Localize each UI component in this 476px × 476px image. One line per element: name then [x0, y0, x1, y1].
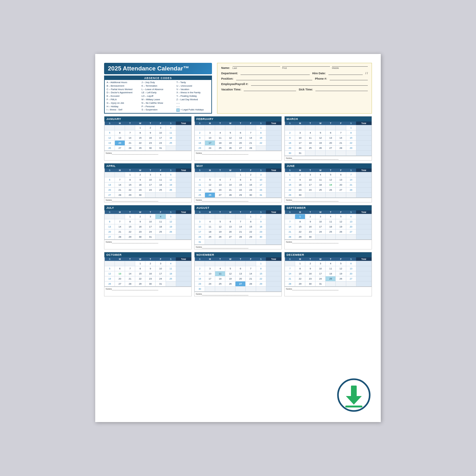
- calendar-day[interactable]: 16: [195, 141, 205, 146]
- calendar-day[interactable]: 20: [105, 188, 115, 193]
- calendar-day[interactable]: 31: [155, 146, 166, 151]
- calendar-day[interactable]: 10: [145, 177, 155, 182]
- calendar-day[interactable]: 20: [235, 141, 246, 146]
- calendar-day[interactable]: 27: [336, 188, 346, 193]
- calendar-day[interactable]: 23: [145, 276, 155, 281]
- calendar-day[interactable]: 18: [305, 141, 315, 146]
- calendar-day[interactable]: 16: [135, 224, 145, 229]
- calendar-day[interactable]: 12: [315, 136, 326, 141]
- calendar-day[interactable]: 22: [295, 276, 305, 281]
- calendar-day[interactable]: 9: [256, 219, 266, 224]
- calendar-day[interactable]: 30: [135, 235, 145, 240]
- calendar-day[interactable]: 28: [125, 281, 135, 287]
- calendar-day[interactable]: 27: [235, 146, 246, 151]
- calendar-day[interactable]: 19: [166, 182, 176, 188]
- calendar-day[interactable]: 6: [346, 214, 356, 219]
- calendar-day[interactable]: 28: [246, 146, 256, 151]
- calendar-day[interactable]: 11: [215, 271, 225, 276]
- calendar-day[interactable]: 23: [195, 146, 205, 151]
- position-line[interactable]: [236, 80, 313, 80]
- calendar-day[interactable]: 1: [256, 261, 266, 266]
- calendar-day[interactable]: 9: [295, 177, 305, 182]
- calendar-day[interactable]: 25: [315, 188, 326, 193]
- calendar-day[interactable]: 15: [235, 182, 246, 188]
- calendar-day[interactable]: 9: [195, 136, 205, 141]
- calendar-day[interactable]: 19: [225, 276, 235, 281]
- calendar-day[interactable]: 17: [315, 224, 326, 229]
- calendar-day[interactable]: 17: [155, 271, 166, 276]
- calendar-day[interactable]: 17: [195, 229, 205, 235]
- calendar-day[interactable]: 9: [145, 266, 155, 271]
- calendar-day[interactable]: 4: [195, 177, 205, 182]
- calendar-day[interactable]: 23: [135, 188, 145, 193]
- calendar-day[interactable]: 11: [155, 219, 166, 224]
- calendar-day[interactable]: 30: [305, 235, 315, 240]
- calendar-day[interactable]: 19: [225, 141, 235, 146]
- calendar-day[interactable]: 13: [225, 224, 235, 229]
- calendar-day[interactable]: 15: [125, 182, 135, 188]
- calendar-day[interactable]: 8: [256, 266, 266, 271]
- calendar-day[interactable]: 10: [205, 271, 215, 276]
- calendar-day[interactable]: 10: [305, 177, 315, 182]
- calendar-day[interactable]: 25: [195, 193, 205, 198]
- calendar-day[interactable]: 13: [346, 266, 356, 271]
- calendar-day[interactable]: 27: [326, 146, 336, 151]
- calendar-day[interactable]: 15: [256, 271, 266, 276]
- calendar-day[interactable]: 1: [125, 172, 135, 177]
- calendar-day[interactable]: 21: [115, 229, 125, 235]
- calendar-day[interactable]: 19: [315, 141, 326, 146]
- calendar-day[interactable]: 18: [215, 141, 225, 146]
- calendar-day[interactable]: 1: [285, 172, 295, 177]
- calendar-day[interactable]: 8: [295, 266, 305, 271]
- calendar-day[interactable]: 14: [246, 271, 256, 276]
- calendar-day[interactable]: 12: [205, 182, 215, 188]
- calendar-day[interactable]: 9: [305, 266, 315, 271]
- calendar-day[interactable]: 4: [155, 172, 166, 177]
- calendar-day[interactable]: 18: [315, 182, 326, 188]
- calendar-day[interactable]: 21: [246, 276, 256, 281]
- calendar-day[interactable]: 19: [336, 271, 346, 276]
- calendar-day[interactable]: 16: [256, 224, 266, 229]
- calendar-day[interactable]: 21: [225, 188, 235, 193]
- calendar-day[interactable]: 1: [256, 125, 266, 130]
- calendar-day[interactable]: 7: [115, 219, 125, 224]
- calendar-day[interactable]: 6: [215, 177, 225, 182]
- calendar-day[interactable]: 14: [246, 136, 256, 141]
- calendar-day[interactable]: 11: [166, 266, 176, 271]
- calendar-day[interactable]: 23: [195, 281, 205, 287]
- calendar-day[interactable]: 14: [225, 182, 235, 188]
- calendar-day[interactable]: 12: [105, 136, 115, 141]
- calendar-day[interactable]: 16: [305, 224, 315, 229]
- calendar-day[interactable]: 25: [305, 146, 315, 151]
- calendar-day[interactable]: 6: [115, 266, 125, 271]
- calendar-day[interactable]: 31: [295, 151, 305, 156]
- calendar-day[interactable]: 15: [295, 224, 305, 229]
- calendar-day[interactable]: 2: [295, 172, 305, 177]
- calendar-day[interactable]: 20: [115, 141, 125, 146]
- calendar-day[interactable]: 2: [195, 130, 205, 136]
- calendar-day[interactable]: 5: [326, 172, 336, 177]
- calendar-day[interactable]: 31: [195, 240, 205, 245]
- calendar-day[interactable]: 3: [195, 219, 205, 224]
- calendar-day[interactable]: 28: [235, 235, 246, 240]
- calendar-day[interactable]: 27: [346, 276, 356, 281]
- calendar-day[interactable]: 30: [195, 287, 205, 292]
- calendar-day[interactable]: 7: [115, 177, 125, 182]
- calendar-day[interactable]: 6: [115, 130, 125, 136]
- calendar-day[interactable]: 6: [346, 261, 356, 266]
- calendar-day[interactable]: 21: [285, 229, 295, 235]
- calendar-day[interactable]: 12: [326, 177, 336, 182]
- download-overlay[interactable]: [336, 378, 371, 413]
- calendar-day[interactable]: 20: [326, 141, 336, 146]
- calendar-day[interactable]: 17: [155, 136, 166, 141]
- calendar-day[interactable]: 20: [235, 276, 246, 281]
- calendar-day[interactable]: 23: [135, 229, 145, 235]
- calendar-day[interactable]: 15: [125, 224, 135, 229]
- calendar-day[interactable]: 16: [295, 182, 305, 188]
- calendar-day[interactable]: 6: [105, 219, 115, 224]
- calendar-day[interactable]: 7: [225, 177, 235, 182]
- dept-line[interactable]: [241, 75, 310, 75]
- calendar-day[interactable]: 27: [115, 146, 125, 151]
- calendar-day[interactable]: 6: [326, 130, 336, 136]
- download-icon[interactable]: [336, 378, 371, 413]
